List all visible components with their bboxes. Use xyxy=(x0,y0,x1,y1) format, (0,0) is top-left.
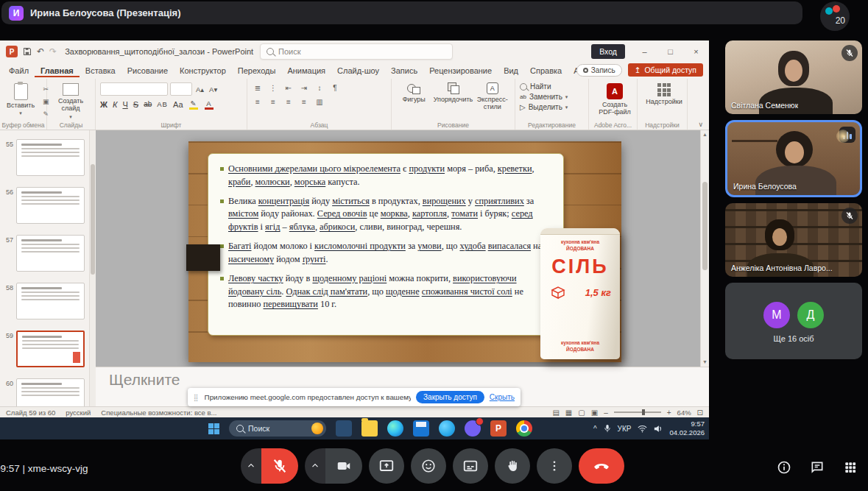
font-name-select[interactable] xyxy=(100,82,168,96)
menu-tab[interactable]: Справка xyxy=(524,64,568,77)
slide-thumbnail[interactable]: 55 xyxy=(0,139,85,178)
slide-thumbnail[interactable]: 59 xyxy=(0,331,85,370)
zoom-out-icon[interactable]: – xyxy=(604,409,608,417)
menu-tab[interactable]: Рисование xyxy=(121,64,174,77)
mic-off-button[interactable] xyxy=(261,448,298,484)
overflow-participants-tile[interactable]: М Д Ще 16 осіб xyxy=(725,283,862,359)
minimize-icon[interactable]: – xyxy=(632,40,657,63)
camera-button[interactable] xyxy=(325,448,362,484)
slide-thumbnail[interactable]: 60 xyxy=(0,378,85,406)
file-explorer-icon[interactable] xyxy=(361,420,378,437)
zoom-slider[interactable] xyxy=(614,411,661,413)
menu-tab[interactable]: Слайд-шоу xyxy=(331,64,385,77)
decrease-font-icon[interactable]: А▾ xyxy=(208,85,219,93)
character-spacing-button[interactable]: АВ xyxy=(157,100,168,108)
paste-button[interactable]: Вставить▾ xyxy=(4,82,37,119)
zoom-in-icon[interactable]: + xyxy=(667,409,671,417)
edge-icon[interactable] xyxy=(387,420,403,437)
bold-button[interactable]: Ж xyxy=(100,100,107,109)
leave-call-button[interactable] xyxy=(579,448,624,484)
camera-options-button[interactable] xyxy=(305,448,325,484)
menu-tab[interactable]: Анимация xyxy=(281,64,331,77)
fit-slide-icon[interactable]: ⊡ xyxy=(697,409,703,417)
decrease-indent-icon[interactable]: ⇤ xyxy=(283,82,294,93)
sign-in-button[interactable]: Вход xyxy=(591,44,625,59)
activities-grid-icon[interactable] xyxy=(843,460,858,475)
undo-icon[interactable]: ↶ xyxy=(37,46,44,57)
taskbar-app-icon[interactable] xyxy=(439,420,455,437)
share-button[interactable]: ↥ Общий доступ xyxy=(628,63,703,77)
chat-icon[interactable] xyxy=(810,460,825,475)
messenger-icon[interactable] xyxy=(465,420,481,437)
addins-button[interactable]: Надстройки xyxy=(642,82,686,106)
select-button[interactable]: ▷ Выделить▾ xyxy=(520,103,584,111)
font-size-select[interactable] xyxy=(170,82,192,96)
keyboard-language[interactable]: УКР xyxy=(618,425,632,433)
captions-button[interactable] xyxy=(453,448,488,484)
speaker-icon[interactable] xyxy=(654,425,663,433)
participant-tile-active-speaker[interactable]: Ирина Белоусова xyxy=(725,120,862,197)
reading-view-icon[interactable]: ▢ xyxy=(578,409,585,417)
increase-font-icon[interactable]: А▴ xyxy=(194,85,205,93)
font-color-button[interactable]: А xyxy=(204,99,214,109)
close-icon[interactable]: × xyxy=(683,40,709,63)
taskbar-search[interactable]: Поиск xyxy=(229,420,326,437)
proofing-language[interactable]: русский xyxy=(66,409,91,417)
accessibility-status[interactable]: Специальные возможности: все в... xyxy=(101,409,216,417)
participants-count-badge[interactable]: 20 xyxy=(820,1,850,31)
new-slide-button[interactable]: Создать слайд▾ xyxy=(52,82,90,121)
slide-canvas[interactable]: Основними джерелами цього мікроелемента … xyxy=(188,141,621,362)
hide-banner-link[interactable]: Скрыть xyxy=(490,393,515,401)
editor-scrollbar[interactable]: ▲ ▼ xyxy=(700,130,709,367)
windows-start-button[interactable] xyxy=(208,423,219,434)
highlight-color-button[interactable]: ✎ xyxy=(188,99,199,109)
menu-tab[interactable]: Переходы xyxy=(232,64,282,77)
slide-sorter-icon[interactable]: ▦ xyxy=(565,409,572,417)
quick-styles-button[interactable]: А Экспресс-стили xyxy=(475,82,511,111)
menu-tab[interactable]: Вставка xyxy=(80,64,121,77)
align-center-icon[interactable]: ≡ xyxy=(267,96,279,107)
stop-sharing-button[interactable]: Закрыть доступ xyxy=(416,391,484,403)
arrange-button[interactable]: Упорядочить xyxy=(435,82,472,111)
bullets-icon[interactable]: ≣ xyxy=(252,82,264,93)
save-app-icon[interactable] xyxy=(413,420,429,437)
zoom-level[interactable]: 64% xyxy=(677,409,691,417)
shapes-button[interactable]: Фигуры xyxy=(396,82,432,111)
tray-mic-icon[interactable] xyxy=(604,424,611,433)
tray-expand-icon[interactable]: ^ xyxy=(593,425,597,433)
slideshow-icon[interactable]: ▣ xyxy=(591,409,598,417)
reactions-button[interactable] xyxy=(411,448,446,484)
columns-icon[interactable]: ▥ xyxy=(314,96,325,107)
align-left-icon[interactable]: ≡ xyxy=(252,96,264,107)
italic-button[interactable]: К xyxy=(113,100,117,109)
slide-thumbnail[interactable]: 56 xyxy=(0,187,85,226)
menu-tab[interactable]: Файл xyxy=(3,64,35,77)
strikethrough-button[interactable]: ab xyxy=(144,100,152,108)
chrome-icon[interactable] xyxy=(516,420,532,437)
thumbnails-scrollbar[interactable] xyxy=(90,130,96,406)
wifi-icon[interactable] xyxy=(638,425,647,433)
change-case-button[interactable]: Аа xyxy=(173,100,183,109)
align-right-icon[interactable]: ≡ xyxy=(283,96,294,107)
participant-tile[interactable]: Анжеліка Антонівна Лавро... xyxy=(725,203,862,277)
present-screen-button[interactable] xyxy=(369,448,404,484)
line-spacing-icon[interactable]: ↕ xyxy=(314,82,325,93)
underline-button[interactable]: Ч xyxy=(122,100,127,109)
find-button[interactable]: Найти xyxy=(520,82,584,91)
justify-icon[interactable]: ≡ xyxy=(298,96,310,107)
shadow-button[interactable]: S xyxy=(133,100,138,109)
menu-tab[interactable]: Вид xyxy=(498,64,524,77)
restore-icon[interactable]: □ xyxy=(657,40,683,63)
slide-thumbnail[interactable]: 58 xyxy=(0,283,85,322)
menu-tab[interactable]: Запись xyxy=(385,64,423,77)
meeting-info-icon[interactable] xyxy=(777,460,791,475)
participant-tile[interactable]: Світлана Семенюк xyxy=(725,40,862,114)
replace-button[interactable]: ab Заменить▾ xyxy=(520,93,584,101)
taskbar-app-icon[interactable] xyxy=(336,420,352,437)
create-pdf-button[interactable]: A Создать PDF-файл xyxy=(593,82,636,117)
record-button[interactable]: Запись xyxy=(576,64,622,77)
powerpoint-taskbar-icon[interactable]: P xyxy=(490,420,507,437)
numbering-icon[interactable]: ⋮ xyxy=(267,82,279,93)
more-options-button[interactable] xyxy=(537,448,572,484)
ppt-search-box[interactable]: Поиск xyxy=(260,43,453,60)
